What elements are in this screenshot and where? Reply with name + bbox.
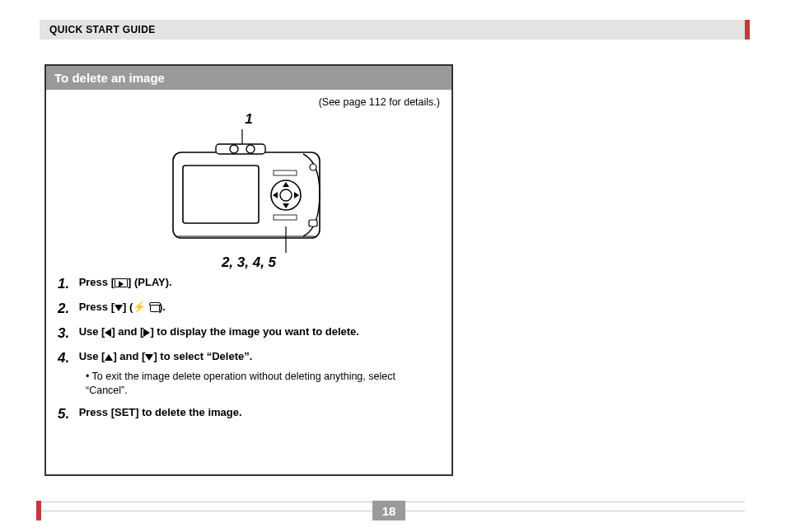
camera-illustration (158, 129, 339, 253)
t: ] ( (123, 301, 133, 313)
svg-rect-1 (183, 166, 259, 223)
t: Press [ (79, 301, 115, 313)
down-arrow-icon (145, 354, 153, 361)
step-number: 4. (58, 350, 76, 366)
see-page-note: (See page 112 for details.) (58, 96, 440, 108)
t: ] to display the image you want to delet… (150, 325, 359, 338)
svg-point-4 (246, 145, 255, 153)
up-arrow-icon (105, 354, 113, 361)
page-root: QUICK START GUIDE To delete an image (Se… (0, 0, 786, 532)
header-accent (745, 20, 750, 40)
flash-icon: ⚡ (133, 301, 146, 313)
callout-top: 1 (245, 111, 252, 128)
t: ] (PLAY). (128, 276, 172, 288)
step-text: Use [] and [] to select “Delete”. (79, 350, 253, 362)
play-icon (115, 278, 128, 287)
step-text: Use [] and [] to display the image you w… (79, 325, 359, 338)
step-4-sub: • To exit the image delete operation wit… (86, 370, 440, 398)
trash-icon (149, 302, 159, 312)
page-number: 18 (372, 501, 405, 520)
step-number: 5. (58, 406, 76, 422)
camera-diagram: 1 (58, 111, 440, 271)
step-3: 3. Use [] and [] to display the image yo… (58, 325, 440, 342)
svg-rect-16 (309, 220, 317, 226)
t: ] to select “Delete”. (153, 350, 252, 362)
t: ] and [ (111, 325, 143, 338)
svg-point-3 (230, 145, 238, 153)
step-text: Press [] (PLAY). (79, 276, 172, 288)
step-text: Press [] (⚡ ). (79, 301, 166, 313)
down-arrow-icon (115, 305, 123, 311)
step-number: 1. (58, 276, 76, 292)
svg-point-15 (310, 164, 316, 170)
panel-body: (See page 112 for details.) 1 (46, 90, 451, 441)
svg-point-7 (280, 189, 292, 201)
t: Press [ (79, 276, 115, 288)
t: Use [ (79, 350, 105, 362)
svg-rect-2 (216, 144, 265, 154)
step-number: 2. (58, 301, 76, 317)
t: Use [ (79, 325, 105, 338)
callout-bottom: 2, 3, 4, 5 (222, 254, 276, 271)
instruction-panel: To delete an image (See page 112 for det… (44, 64, 453, 476)
steps-list: 1. Press [] (PLAY). 2. Press [] (⚡ ). 3.… (58, 276, 440, 422)
footer-accent (36, 501, 41, 520)
step-1: 1. Press [] (PLAY). (58, 276, 440, 292)
panel-title: To delete an image (46, 66, 451, 90)
header-title: QUICK START GUIDE (40, 24, 156, 35)
step-4: 4. Use [] and [] to select “Delete”. • T… (58, 350, 440, 398)
step-5: 5. Press [SET] to delete the image. (58, 406, 440, 422)
step-text: Press [SET] to delete the image. (79, 406, 242, 418)
t: ] and [ (113, 350, 145, 362)
step-number: 3. (58, 325, 76, 342)
step-2: 2. Press [] (⚡ ). (58, 301, 440, 317)
header-bar: QUICK START GUIDE (40, 20, 745, 40)
